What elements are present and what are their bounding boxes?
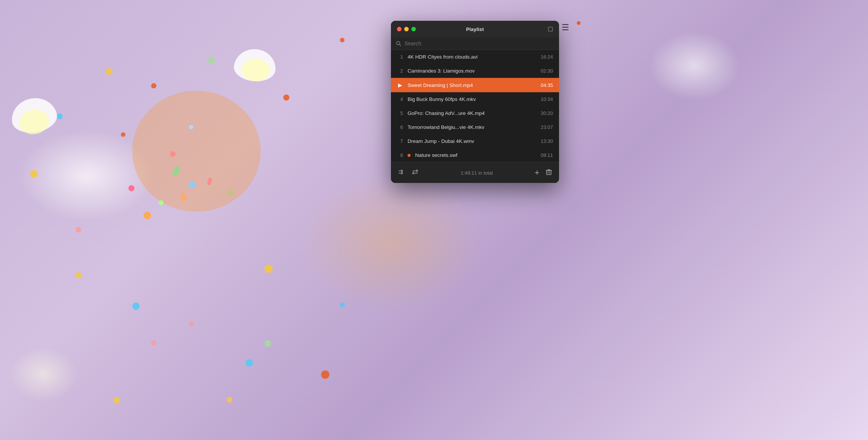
item-number: 4 [397,96,403,102]
item-number: 7 [397,138,403,144]
playlist-item[interactable]: 5 GoPro: Chasing AdV...ure 4K.mp4 30:20 [391,106,559,120]
maximize-button[interactable] [411,27,416,31]
item-title: GoPro: Chasing AdV...ure 4K.mp4 [408,110,536,116]
playlist-item[interactable]: 7 Dream Jump - Dubai 4K.wmv 13:30 [391,134,559,148]
item-title: 4K HDR Cityes from clouds.avi [408,54,536,60]
playlist-item[interactable]: 2 Caminandes 3: Llamigos.mov 02:30 [391,64,559,78]
title-bar: Playlist ☐ [391,21,559,37]
svg-rect-3 [547,170,551,175]
title-bar-right: ☐ [548,26,553,33]
playlist-item[interactable]: 8 Nature secrets.swf 08:11 [391,148,559,162]
playlist-item[interactable]: 1 4K HDR Cityes from clouds.avi 16:24 [391,50,559,64]
svg-point-2 [397,42,398,43]
item-duration: 13:30 [541,138,553,144]
item-title: Nature secrets.swf [415,152,536,158]
repeat-button[interactable] [411,167,420,178]
item-duration: 04:35 [541,82,553,88]
error-dot [408,154,411,157]
menu-icon: ☰ [562,23,569,32]
search-bar [391,37,559,50]
playlist-item[interactable]: ▶ Sweet Dreaming | Short.mp4 04:35 [391,78,559,92]
playlist-footer: 1:49:11 in total + [391,162,559,183]
screen-icon[interactable]: ☐ [548,26,553,33]
notification-dot [577,21,581,25]
item-title: Big Buck Bunny 60fps 4K.mkv [408,96,536,102]
add-button[interactable]: + [534,167,540,178]
menu-button[interactable]: ☰ [562,23,569,33]
item-duration: 16:24 [541,54,553,60]
search-input[interactable] [405,40,554,46]
playlist-window: Playlist ☐ 1 4K HDR Cityes from clouds.a… [391,21,559,183]
item-number: 2 [397,68,403,74]
item-duration: 30:20 [541,110,553,116]
item-duration: 08:11 [541,152,553,158]
shuffle-button[interactable] [397,167,406,178]
footer-right: + [534,167,553,178]
item-title: Tomorrowland Belgiu...vie 4K.mkv [408,124,536,130]
minimize-button[interactable] [404,27,409,31]
item-duration: 10:34 [541,96,553,102]
item-duration: 02:30 [541,68,553,74]
close-button[interactable] [397,27,402,31]
delete-button[interactable] [545,168,553,178]
playlist-item[interactable]: 4 Big Buck Bunny 60fps 4K.mkv 10:34 [391,92,559,106]
item-title: Sweet Dreaming | Short.mp4 [408,82,536,88]
window-title: Playlist [466,26,484,32]
total-time: 1:49:11 in total [424,170,529,176]
svg-line-1 [400,45,401,46]
playlist-item[interactable]: 6 Tomorrowland Belgiu...vie 4K.mkv 23:07 [391,120,559,134]
item-title: Caminandes 3: Llamigos.mov [408,68,536,74]
item-number: 8 [397,152,403,158]
item-title: Dream Jump - Dubai 4K.wmv [408,138,536,144]
playlist-items: 1 4K HDR Cityes from clouds.avi 16:24 2 … [391,50,559,162]
play-icon: ▶ [397,82,403,88]
item-number: 6 [397,124,403,130]
traffic-lights [397,27,416,31]
item-number: 5 [397,110,403,116]
item-duration: 23:07 [541,124,553,130]
item-number: 1 [397,54,403,60]
search-icon [395,40,402,46]
